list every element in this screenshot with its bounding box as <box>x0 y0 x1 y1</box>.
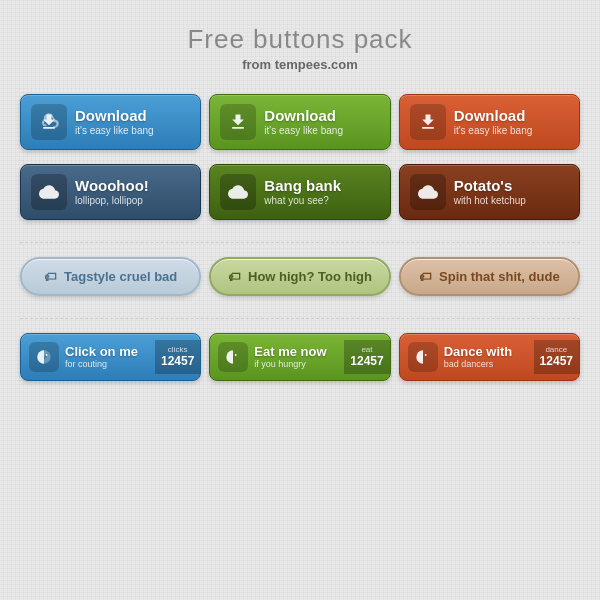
btn-sub-label: it's easy like bang <box>454 125 533 137</box>
pacman-icon-green <box>218 342 248 372</box>
counter-button-green[interactable]: Eat me now if you hungry eat 12457 <box>209 333 390 381</box>
counter-main-label: Dance with <box>444 344 534 360</box>
cloud-download-icon-green <box>220 104 256 140</box>
svg-point-1 <box>235 354 237 356</box>
badge-label: clicks <box>168 346 188 354</box>
counter-main-label: Click on me <box>65 344 155 360</box>
badge-label: dance <box>545 346 567 354</box>
cloud-icon-dark-orange <box>410 174 446 210</box>
cloud-download-icon-orange <box>410 104 446 140</box>
tag-icon-green: 🏷 <box>228 270 240 284</box>
counter-sub-label: for couting <box>65 359 155 370</box>
tag-label-orange: Spin that shit, dude <box>439 269 560 284</box>
page-subtitle: from tempees.com <box>242 57 358 72</box>
counter-sub-label: bad dancers <box>444 359 534 370</box>
download-text-green: Download it's easy like bang <box>264 107 343 137</box>
bangbank-text: Bang bank what you see? <box>264 177 341 207</box>
button-row-2: Wooohoo! lollipop, lollipop Bang bank wh… <box>20 164 580 220</box>
counter-badge-blue: clicks 12457 <box>155 340 200 374</box>
divider-2 <box>20 318 580 319</box>
btn-main-label: Download <box>264 107 343 125</box>
download-text-blue: Download it's easy like bang <box>75 107 154 137</box>
svg-point-0 <box>46 354 48 356</box>
button-row-4: Click on me for couting clicks 12457 Eat… <box>20 333 580 381</box>
tag-label-blue: Tagstyle cruel bad <box>64 269 177 284</box>
bangbank-button[interactable]: Bang bank what you see? <box>209 164 390 220</box>
tag-icon-blue: 🏷 <box>44 270 56 284</box>
counter-button-blue[interactable]: Click on me for couting clicks 12457 <box>20 333 201 381</box>
btn-main-label: Download <box>75 107 154 125</box>
counter-text-orange: Dance with bad dancers <box>444 344 534 370</box>
wooohoo-text: Wooohoo! lollipop, lollipop <box>75 177 149 207</box>
badge-label: eat <box>361 346 372 354</box>
tag-button-blue[interactable]: 🏷 Tagstyle cruel bad <box>20 257 201 296</box>
btn-main-label: Wooohoo! <box>75 177 149 195</box>
button-row-1: Download it's easy like bang Download it… <box>20 94 580 150</box>
btn-sub-label: lollipop, lollipop <box>75 195 149 207</box>
counter-text-green: Eat me now if you hungry <box>254 344 344 370</box>
tag-label-green: How high? Too high <box>248 269 372 284</box>
download-button-blue[interactable]: Download it's easy like bang <box>20 94 201 150</box>
svg-point-2 <box>424 354 426 356</box>
download-button-orange[interactable]: Download it's easy like bang <box>399 94 580 150</box>
btn-main-label: Download <box>454 107 533 125</box>
badge-number: 12457 <box>161 354 194 368</box>
divider-1 <box>20 242 580 243</box>
btn-sub-label: it's easy like bang <box>75 125 154 137</box>
counter-badge-orange: dance 12457 <box>534 340 579 374</box>
badge-number: 12457 <box>540 354 573 368</box>
download-text-orange: Download it's easy like bang <box>454 107 533 137</box>
counter-badge-green: eat 12457 <box>344 340 389 374</box>
tag-button-orange[interactable]: 🏷 Spin that shit, dude <box>399 257 580 296</box>
potatos-button[interactable]: Potato's with hot ketchup <box>399 164 580 220</box>
cloud-download-icon <box>31 104 67 140</box>
counter-text-blue: Click on me for couting <box>65 344 155 370</box>
btn-main-label: Bang bank <box>264 177 341 195</box>
counter-button-orange[interactable]: Dance with bad dancers dance 12457 <box>399 333 580 381</box>
wooohoo-button[interactable]: Wooohoo! lollipop, lollipop <box>20 164 201 220</box>
download-button-green[interactable]: Download it's easy like bang <box>209 94 390 150</box>
page-title: Free buttons pack <box>187 24 412 55</box>
cloud-icon-dark-blue <box>31 174 67 210</box>
btn-sub-label: it's easy like bang <box>264 125 343 137</box>
pacman-icon-blue <box>29 342 59 372</box>
cloud-icon-dark-green <box>220 174 256 210</box>
counter-sub-label: if you hungry <box>254 359 344 370</box>
tag-button-green[interactable]: 🏷 How high? Too high <box>209 257 390 296</box>
tag-icon-orange: 🏷 <box>419 270 431 284</box>
btn-sub-label: what you see? <box>264 195 341 207</box>
btn-main-label: Potato's <box>454 177 526 195</box>
badge-number: 12457 <box>350 354 383 368</box>
potatos-text: Potato's with hot ketchup <box>454 177 526 207</box>
btn-sub-label: with hot ketchup <box>454 195 526 207</box>
counter-main-label: Eat me now <box>254 344 344 360</box>
button-row-3: 🏷 Tagstyle cruel bad 🏷 How high? Too hig… <box>20 257 580 296</box>
pacman-icon-orange <box>408 342 438 372</box>
